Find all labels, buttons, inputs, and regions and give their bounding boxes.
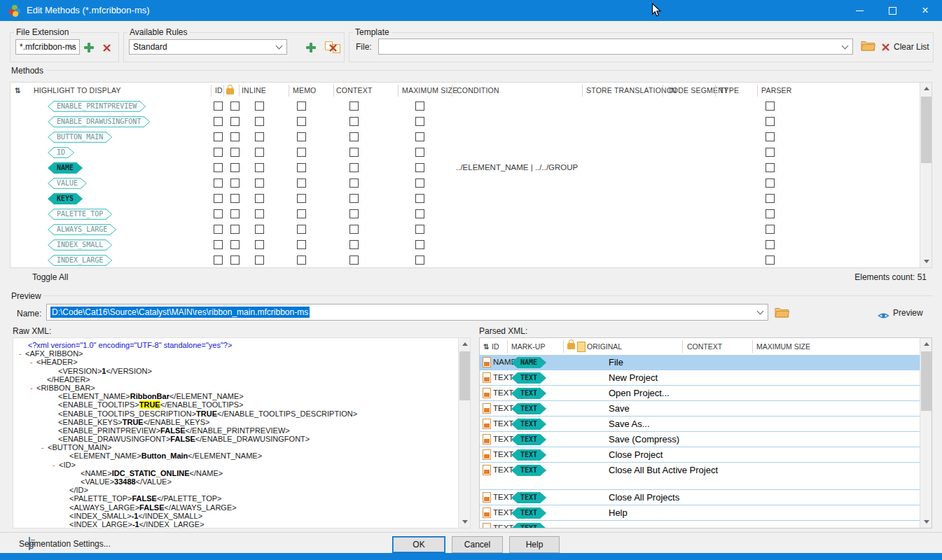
checkbox-lock[interactable] bbox=[230, 163, 240, 172]
sync-icon[interactable]: ⇅ bbox=[15, 85, 21, 95]
scroll-up-icon[interactable] bbox=[459, 338, 471, 350]
collapse-toggle[interactable]: - bbox=[19, 349, 25, 358]
checkbox-memo[interactable] bbox=[297, 255, 306, 265]
checkbox-context[interactable] bbox=[349, 132, 359, 141]
name-folder-icon[interactable] bbox=[775, 307, 789, 321]
parsed-row-7[interactable]: TEXTTEXTClose All But Active Project bbox=[480, 463, 920, 490]
collapse-toggle[interactable]: - bbox=[41, 443, 48, 451]
parsed-row-9[interactable]: TEXTTEXTHelp bbox=[480, 505, 920, 521]
delete-rule-button[interactable]: × bbox=[328, 42, 338, 53]
checkbox-inline[interactable] bbox=[255, 240, 264, 249]
checkbox-lock[interactable] bbox=[230, 148, 240, 157]
column-header-context[interactable]: CONTEXT bbox=[687, 342, 722, 351]
methods-row-index_small[interactable]: INDEX_SMALL bbox=[11, 237, 920, 253]
checkbox-maximum-size[interactable] bbox=[415, 194, 424, 203]
checkbox-maximum-size[interactable] bbox=[415, 132, 424, 141]
checkbox-id[interactable] bbox=[214, 117, 223, 126]
column-header-type[interactable]: TYPE bbox=[719, 86, 739, 94]
eye-icon[interactable] bbox=[878, 310, 889, 323]
collapse-toggle[interactable]: - bbox=[30, 384, 36, 392]
checkbox-lock[interactable] bbox=[230, 255, 240, 265]
checkbox-context[interactable] bbox=[349, 255, 359, 265]
methods-row-button_main[interactable]: BUTTON_MAIN bbox=[11, 130, 920, 146]
checkbox-id[interactable] bbox=[214, 163, 223, 172]
method-tag-index_small[interactable]: INDEX_SMALL bbox=[48, 239, 112, 251]
method-tag-enable_drawusingfont[interactable]: ENABLE_DRAWUSINGFONT bbox=[48, 116, 150, 127]
column-header-memo[interactable]: MEMO bbox=[293, 86, 316, 94]
checkbox-inline[interactable] bbox=[255, 102, 264, 111]
checkbox-lock[interactable] bbox=[230, 117, 240, 126]
titlebar[interactable]: Edit Methods (*.mfcribbon-ms) × bbox=[0, 0, 942, 21]
checkbox-context[interactable] bbox=[349, 240, 359, 249]
checkbox-code-segment[interactable] bbox=[766, 163, 775, 172]
sync-icon[interactable]: ⇅ bbox=[483, 342, 490, 351]
checkbox-maximum-size[interactable] bbox=[415, 240, 424, 249]
column-header-parser[interactable]: PARSER bbox=[761, 86, 792, 94]
method-tag-keys[interactable]: KEYS bbox=[48, 193, 83, 204]
checkbox-maximum-size[interactable] bbox=[415, 209, 424, 218]
markup-tag-text[interactable]: TEXT bbox=[511, 465, 546, 476]
checkbox-code-segment[interactable] bbox=[766, 178, 775, 188]
checkbox-lock[interactable] bbox=[230, 209, 240, 218]
parsed-row-8[interactable]: TEXTTEXTClose All Projects bbox=[480, 490, 920, 505]
methods-scrollbar[interactable] bbox=[920, 83, 931, 267]
markup-tag-text[interactable]: TEXT bbox=[511, 419, 546, 430]
maximize-button[interactable] bbox=[876, 0, 908, 21]
minimize-button[interactable] bbox=[843, 0, 875, 21]
add-rule-button[interactable] bbox=[306, 43, 316, 52]
checkbox-code-segment[interactable] bbox=[766, 117, 775, 126]
methods-row-palette_top[interactable]: PALETTE_TOP bbox=[11, 206, 920, 223]
checkbox-id[interactable] bbox=[214, 240, 223, 249]
add-extension-button[interactable] bbox=[84, 43, 94, 52]
checkbox-memo[interactable] bbox=[297, 194, 306, 203]
checkbox-inline[interactable] bbox=[255, 117, 264, 126]
markup-tag-text[interactable]: TEXT bbox=[511, 507, 546, 519]
clear-list-button[interactable]: Clear List bbox=[894, 42, 929, 52]
method-tag-index_large[interactable]: INDEX_LARGE bbox=[48, 255, 112, 266]
checkbox-maximum-size[interactable] bbox=[415, 102, 424, 111]
file-extension-combo[interactable]: *.mfcribbon-ms bbox=[15, 39, 80, 55]
methods-row-enable_printpreview[interactable]: ENABLE_PRINTPREVIEW bbox=[11, 99, 920, 115]
checkbox-code-segment[interactable] bbox=[766, 240, 775, 249]
checkbox-maximum-size[interactable] bbox=[415, 255, 424, 265]
scrollbar-thumb[interactable] bbox=[921, 97, 931, 163]
collapse-toggle[interactable]: - bbox=[53, 461, 59, 469]
checkbox-memo[interactable] bbox=[297, 102, 306, 111]
checkbox-context[interactable] bbox=[349, 117, 359, 126]
method-tag-button_main[interactable]: BUTTON_MAIN bbox=[48, 132, 112, 143]
column-header-mark-up[interactable]: MARK-UP bbox=[511, 342, 545, 351]
checkbox-maximum-size[interactable] bbox=[415, 117, 424, 126]
checkbox-maximum-size[interactable] bbox=[415, 178, 424, 188]
collapse-toggle[interactable]: - bbox=[30, 358, 36, 366]
checkbox-inline[interactable] bbox=[255, 255, 264, 265]
column-header-id[interactable]: ID bbox=[492, 342, 499, 351]
methods-row-index_large[interactable]: INDEX_LARGE bbox=[11, 253, 920, 267]
checkbox-context[interactable] bbox=[349, 194, 359, 203]
markup-tag-text[interactable]: TEXT bbox=[511, 434, 546, 445]
checkbox-context[interactable] bbox=[349, 209, 359, 218]
checkbox-id[interactable] bbox=[214, 178, 223, 188]
checkbox-code-segment[interactable] bbox=[766, 132, 775, 141]
available-rules-combo[interactable]: Standard bbox=[129, 39, 287, 55]
checkbox-lock[interactable] bbox=[230, 240, 240, 249]
checkbox-context[interactable] bbox=[349, 225, 359, 234]
markup-tag-text[interactable]: TEXT bbox=[511, 449, 546, 461]
method-tag-enable_printpreview[interactable]: ENABLE_PRINTPREVIEW bbox=[48, 101, 146, 112]
checkbox-id[interactable] bbox=[214, 148, 223, 157]
delete-extension-button[interactable]: × bbox=[102, 42, 112, 53]
scrollbar-thumb[interactable] bbox=[921, 351, 931, 411]
scroll-up-icon[interactable] bbox=[920, 83, 932, 94]
scroll-down-icon[interactable] bbox=[920, 516, 932, 528]
close-button[interactable]: × bbox=[909, 0, 941, 21]
checkbox-context[interactable] bbox=[349, 148, 359, 157]
column-header-original[interactable]: ORIGINAL bbox=[587, 342, 622, 351]
parsed-row-6[interactable]: TEXTTEXTClose Project bbox=[480, 447, 920, 463]
methods-row-id[interactable]: ID bbox=[11, 145, 920, 161]
checkbox-id[interactable] bbox=[214, 102, 223, 111]
column-header-context[interactable]: CONTEXT bbox=[336, 86, 373, 94]
checkbox-maximum-size[interactable] bbox=[415, 225, 424, 234]
scroll-down-icon[interactable] bbox=[459, 516, 471, 528]
checkbox-code-segment[interactable] bbox=[766, 102, 775, 111]
method-tag-always_large[interactable]: ALWAYS_LARGE bbox=[48, 224, 116, 235]
method-tag-id[interactable]: ID bbox=[48, 147, 74, 158]
